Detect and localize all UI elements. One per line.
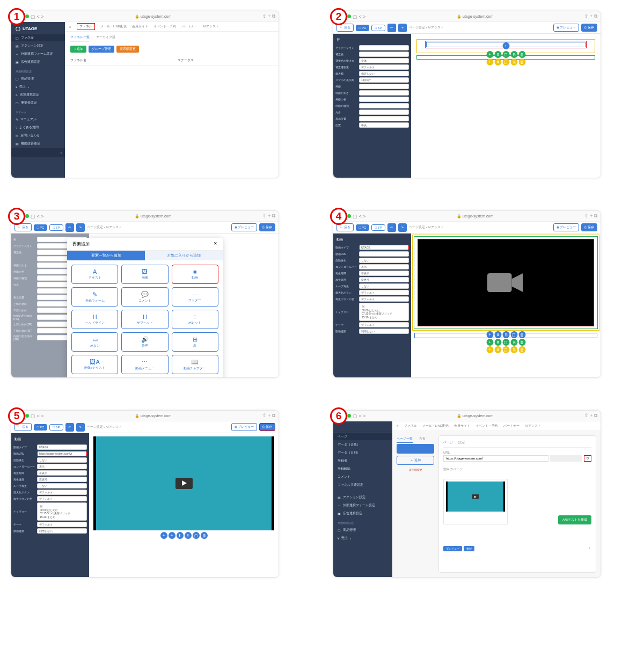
share-icon[interactable]: ⇧ + ⧉ bbox=[262, 13, 275, 19]
element-option-音声[interactable]: 🔊音声 bbox=[121, 332, 168, 352]
save-button-highlighted[interactable]: ⎙ 保存 bbox=[259, 423, 275, 431]
element-tool-icons[interactable]: + bbox=[502, 42, 509, 49]
property-input[interactable] bbox=[359, 110, 409, 115]
property-input[interactable] bbox=[359, 52, 409, 57]
property-input[interactable]: しない bbox=[359, 283, 409, 289]
property-input[interactable]: 指定しない bbox=[359, 71, 409, 76]
element-option-表[interactable]: ⊞表 bbox=[172, 332, 218, 352]
tab[interactable]: メール・LINE配信 bbox=[100, 24, 127, 29]
property-input[interactable]: 全体 bbox=[359, 58, 409, 63]
preview-button[interactable]: ◉ プレビュー bbox=[553, 24, 580, 32]
property-input[interactable]: しない bbox=[359, 258, 409, 263]
element-option-登録フォーム[interactable]: ✎登録フォーム bbox=[71, 287, 118, 307]
modal-tab-fav[interactable]: お気に入りから追加 bbox=[145, 251, 223, 260]
property-input[interactable]: UTAGE bbox=[359, 245, 409, 250]
sidebar-item[interactable]: ▭ 事業者設定 bbox=[11, 99, 65, 106]
element-option-画像[interactable]: 🖼画像 bbox=[121, 265, 168, 284]
property-input[interactable]: UTAGE bbox=[37, 444, 87, 450]
element-option-ボタン[interactable]: ▭ボタン bbox=[71, 332, 118, 352]
property-input[interactable]: デフォルト bbox=[359, 64, 409, 70]
order-link[interactable]: 表示順変更 bbox=[397, 468, 434, 471]
add-page-button[interactable]: ＋ 追加 bbox=[397, 456, 434, 465]
undo-icon[interactable]: ↶ bbox=[387, 24, 396, 32]
property-input[interactable] bbox=[359, 90, 409, 96]
property-input[interactable]: 非表示 bbox=[37, 470, 87, 476]
sidebar-item[interactable]: ¥ 売上 › bbox=[11, 83, 65, 90]
sidebar-item[interactable]: ▤ 機能改善要望 bbox=[11, 140, 65, 147]
property-input[interactable]: 変更可 bbox=[37, 477, 87, 482]
ab-test-button[interactable]: A/Bテストを作成 bbox=[558, 515, 591, 524]
property-input[interactable] bbox=[359, 103, 409, 108]
property-input[interactable]: 1列×1行 bbox=[359, 77, 409, 83]
sidebar-item-page[interactable]: ページ bbox=[333, 433, 392, 440]
property-input[interactable] bbox=[359, 251, 409, 257]
property-input[interactable]: 表示 bbox=[37, 464, 87, 469]
tab-settings[interactable]: 設定 bbox=[458, 440, 465, 445]
property-input[interactable]: 中央 bbox=[359, 122, 409, 128]
video-placeholder[interactable] bbox=[418, 239, 594, 326]
tab[interactable]: AIアシスト bbox=[203, 24, 219, 29]
property-input[interactable] bbox=[359, 97, 409, 102]
sidebar-item[interactable]: ? よくある質問 bbox=[11, 124, 65, 131]
tab[interactable]: イベント・予約 bbox=[153, 24, 176, 29]
more-icon[interactable]: ⋮ bbox=[588, 546, 591, 551]
tab-page[interactable]: ページ bbox=[443, 440, 453, 445]
tab-archive[interactable]: アーカイブ済 bbox=[96, 35, 115, 41]
page-thumbnail[interactable]: ▶ bbox=[443, 479, 508, 524]
sidebar-item[interactable]: ✉ お問い合わせ bbox=[11, 132, 65, 139]
sidebar-item[interactable]: ↔ 外部連携フォーム設定 bbox=[11, 50, 65, 57]
sp-toggle[interactable]: □ SP bbox=[371, 25, 385, 31]
tab[interactable]: パートナー bbox=[181, 24, 197, 29]
chapter-textarea[interactable]: 例00:00 はじめに07:15 5つの集客メソッド15:20 まとめ bbox=[359, 303, 409, 321]
address-bar[interactable]: 🔒 utage-system.com bbox=[46, 14, 261, 19]
property-input[interactable]: https://utage-system.com/vi bbox=[37, 451, 87, 456]
modal-tab-list[interactable]: 要素一覧から追加 bbox=[67, 251, 145, 260]
redo-icon[interactable]: ↷ bbox=[398, 24, 407, 32]
save-button[interactable]: ⎙ 保存 bbox=[581, 24, 597, 32]
property-input[interactable]: 利用しない bbox=[37, 528, 87, 534]
sidebar-item[interactable]: ▤ アクション設定 bbox=[11, 42, 65, 49]
element-option-テキスト[interactable]: Aテキスト bbox=[71, 265, 118, 284]
property-input[interactable]: 利用しない bbox=[359, 329, 409, 334]
copy-url-button[interactable]: ↻ bbox=[584, 455, 591, 462]
element-option-ヘッドライン[interactable]: Hヘッドライン bbox=[71, 310, 118, 329]
element-option-コメント[interactable]: 💬コメント bbox=[121, 287, 168, 307]
property-input[interactable]: しない bbox=[37, 483, 87, 488]
group-button[interactable]: グループ管理 bbox=[89, 46, 114, 53]
element-option-区切り線[interactable]: ⎯区切り線 bbox=[71, 377, 118, 378]
breadcrumb[interactable]: ページ設定 › AIアシスト bbox=[409, 25, 444, 30]
video-player[interactable] bbox=[93, 436, 274, 530]
element-option-画像+テキスト[interactable]: 🖼A画像+テキスト bbox=[71, 355, 118, 374]
sidebar-item[interactable]: ▢ 商品管理 bbox=[11, 75, 65, 82]
tab-list[interactable]: ファネル一覧 bbox=[70, 35, 90, 41]
sidebar-item[interactable]: ⎆ 決算連携設定 bbox=[11, 91, 65, 98]
property-input[interactable] bbox=[359, 116, 409, 121]
property-input[interactable]: デフォルト bbox=[37, 496, 87, 501]
element-option-プログレスバー[interactable]: ▬プログレスバー bbox=[172, 377, 218, 378]
nav-icons[interactable]: ▢ < > bbox=[31, 14, 44, 19]
property-input[interactable]: デフォルト bbox=[37, 490, 87, 495]
element-option-サブヘッド[interactable]: Hサブヘッド bbox=[121, 310, 168, 329]
close-icon[interactable]: ✕ bbox=[214, 241, 217, 247]
pc-toggle[interactable]: □ PC bbox=[356, 25, 370, 31]
element-option-カウントダウン[interactable]: ⏱カウントダウン bbox=[121, 377, 168, 378]
duplicate-button[interactable]: 複製 bbox=[464, 546, 474, 551]
sidebar-item[interactable]: ✎ マニュアル bbox=[11, 116, 65, 123]
selected-page[interactable] bbox=[397, 444, 434, 454]
canvas[interactable]: + +⬍▢⎘🗑 +⬍▢⎘🗑 bbox=[411, 34, 601, 178]
add-button[interactable]: ＋追加 bbox=[70, 46, 86, 53]
url-input[interactable] bbox=[443, 455, 548, 462]
tab-funnel[interactable]: ファネル bbox=[77, 23, 95, 30]
property-input[interactable]: 非表示 bbox=[359, 271, 409, 276]
sidebar-item[interactable]: ▣ 広告連携設定 bbox=[11, 59, 65, 65]
property-input[interactable] bbox=[359, 84, 409, 89]
element-option-動画メニュー[interactable]: ⋯動画メニュー bbox=[121, 355, 168, 374]
property-input[interactable]: 変更可 bbox=[359, 277, 409, 282]
element-option-ボレット[interactable]: ≡ボレット bbox=[172, 310, 218, 329]
property-input[interactable] bbox=[359, 45, 409, 50]
tab[interactable]: 会員サイト bbox=[132, 24, 148, 29]
property-input[interactable]: デフォルト bbox=[359, 296, 409, 302]
property-input[interactable]: 表示 bbox=[359, 264, 409, 269]
property-input[interactable]: デフォルト bbox=[37, 522, 87, 527]
tool-icons[interactable]: ++⬍⎘▢🗑 bbox=[160, 532, 208, 539]
